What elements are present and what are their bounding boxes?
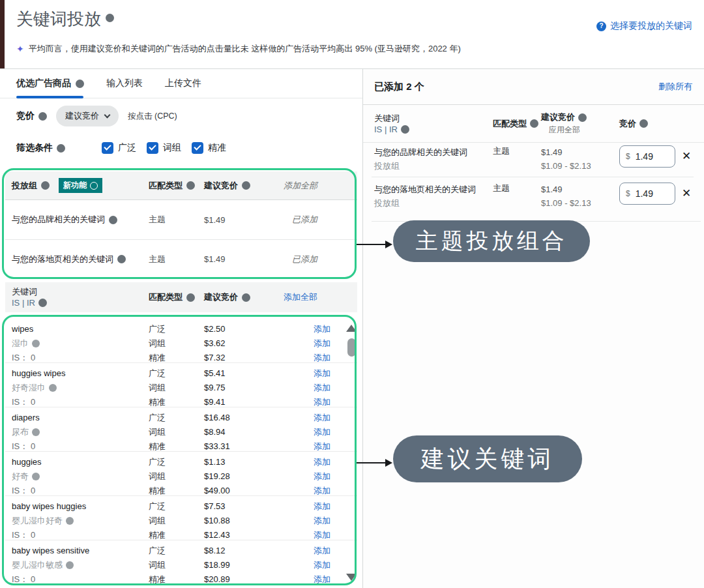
- match-type: 精准: [149, 572, 204, 586]
- suggested-bid: $20.89: [204, 572, 279, 586]
- add-keyword-link[interactable]: 添加: [314, 484, 330, 498]
- info-icon[interactable]: [578, 113, 587, 122]
- info-icon[interactable]: [41, 181, 50, 190]
- keyword-row: baby wipes huggies 婴儿湿巾好奇 IS： 0 广泛 词组 精准…: [5, 496, 357, 540]
- add-keyword-link[interactable]: 添加: [314, 336, 330, 351]
- info-icon[interactable]: [38, 299, 47, 307]
- info-icon[interactable]: [57, 144, 65, 153]
- info-icon[interactable]: [186, 293, 195, 302]
- bid-input[interactable]: [636, 188, 664, 199]
- add-keyword-link[interactable]: 添加: [314, 425, 330, 439]
- add-keyword-link[interactable]: 添加: [314, 381, 330, 395]
- remove-all-link[interactable]: 删除所有: [658, 81, 692, 93]
- added-suggested-bid: $1.49: [541, 184, 563, 194]
- info-icon[interactable]: [109, 216, 117, 224]
- add-all-link[interactable]: 添加全部: [284, 291, 317, 303]
- add-keyword-link[interactable]: 添加: [314, 558, 330, 572]
- currency-symbol: $: [626, 189, 630, 198]
- suggested-bid-dropdown[interactable]: 建议竞价: [56, 106, 119, 126]
- checkbox-label: 广泛: [118, 142, 136, 154]
- info-icon[interactable]: [76, 80, 84, 88]
- add-keyword-link[interactable]: 添加: [314, 499, 330, 514]
- tab-enter-list[interactable]: 输入列表: [106, 78, 143, 89]
- added-count-title: 已添加 2 个: [374, 81, 424, 93]
- cpc-label: 按点击 (CPC): [128, 111, 177, 122]
- apply-all-link[interactable]: 应用全部: [549, 125, 619, 136]
- match-type: 广泛: [149, 455, 204, 469]
- col-match-type: 匹配类型: [149, 291, 204, 303]
- keyword-source-panel: 优选广告商品 输入列表 上传文件 竞价 建议竞价 按点击 (CPC): [0, 68, 363, 588]
- added-keywords-panel: 已添加 2 个 删除所有 关键词 IS | IR 匹配类型 建议竞价 应用全部 …: [363, 68, 704, 588]
- group-suggested-bid: $1.49: [204, 215, 279, 225]
- info-icon[interactable]: [32, 428, 40, 436]
- tab-upload-file[interactable]: 上传文件: [165, 78, 201, 89]
- added-match-type: 主题: [493, 145, 541, 157]
- group-name: 与您的品牌相关的关键词: [12, 214, 149, 226]
- bid-input[interactable]: [636, 151, 664, 162]
- info-icon[interactable]: [186, 181, 195, 190]
- checkbox-phrase[interactable]: 词组: [147, 142, 181, 154]
- bid-label: 竞价: [16, 110, 47, 122]
- keyword-translation: 尿布: [12, 425, 149, 439]
- scrollbar-down-button[interactable]: [346, 574, 357, 581]
- add-keyword-link[interactable]: 添加: [314, 439, 330, 454]
- remove-keyword-button[interactable]: ✕: [682, 183, 691, 205]
- scrollbar-up-button[interactable]: [346, 325, 357, 332]
- bid-input-box[interactable]: $: [619, 145, 675, 168]
- match-type: 精准: [149, 484, 204, 498]
- match-type: 广泛: [149, 544, 204, 558]
- info-icon[interactable]: [639, 119, 648, 128]
- tip-banner: ✦ 平均而言，使用建议竞价和关键词的广告活动的点击量比未 这样做的广告活动平均高…: [16, 43, 461, 55]
- bid-row: 竞价 建议竞价 按点击 (CPC): [16, 106, 177, 126]
- suggested-bid: $10.88: [204, 514, 279, 528]
- add-keyword-link[interactable]: 添加: [314, 411, 330, 425]
- add-keyword-link[interactable]: 添加: [314, 514, 330, 528]
- suggested-bid: $5.41: [204, 366, 279, 381]
- add-keyword-link[interactable]: 添加: [314, 455, 330, 469]
- added-suggested-bid: $1.49: [541, 147, 563, 157]
- info-icon[interactable]: [66, 561, 74, 569]
- checkbox-checked-icon[interactable]: [102, 142, 113, 154]
- suggested-bid: $33.31: [204, 439, 279, 454]
- help-link-label: 选择要投放的关键词: [610, 20, 692, 32]
- add-keyword-link[interactable]: 添加: [314, 322, 330, 336]
- keyword-is-metric: IS： 0: [12, 528, 149, 542]
- info-icon[interactable]: [90, 182, 98, 190]
- info-icon[interactable]: [242, 181, 250, 190]
- group-suggested-bid: $1.49: [204, 254, 279, 264]
- add-keyword-link[interactable]: 添加: [314, 351, 330, 365]
- add-keyword-link[interactable]: 添加: [314, 469, 330, 484]
- info-icon[interactable]: [106, 14, 114, 22]
- info-icon[interactable]: [242, 293, 250, 302]
- keyword-is-metric: IS： 0: [12, 484, 149, 498]
- tab-label: 优选广告商品: [16, 78, 71, 89]
- help-link[interactable]: ? 选择要投放的关键词: [596, 20, 692, 32]
- add-keyword-link[interactable]: 添加: [314, 528, 330, 542]
- checkbox-exact[interactable]: 精准: [192, 142, 226, 154]
- info-icon[interactable]: [530, 119, 538, 128]
- checkbox-label: 词组: [163, 142, 181, 154]
- checkbox-checked-icon[interactable]: [147, 142, 158, 154]
- keyword-translation: 好奇湿巾: [12, 381, 149, 395]
- col-keyword: 关键词 IS | IR: [374, 113, 493, 135]
- info-icon[interactable]: [49, 384, 57, 392]
- info-icon[interactable]: [401, 125, 409, 134]
- add-keyword-link[interactable]: 添加: [314, 366, 330, 381]
- suggested-bid: $8.94: [204, 425, 279, 439]
- checkbox-checked-icon[interactable]: [192, 142, 203, 154]
- scrollbar-thumb[interactable]: [347, 338, 356, 357]
- keyword-targeting-page: 关键词投放 ? 选择要投放的关键词 ✦ 平均而言，使用建议竞价和关键词的广告活动…: [0, 0, 704, 588]
- info-icon[interactable]: [32, 473, 40, 480]
- info-icon[interactable]: [32, 340, 40, 347]
- col-suggested-bid: 建议竞价 应用全部: [541, 111, 619, 136]
- add-keyword-link[interactable]: 添加: [314, 544, 330, 558]
- info-icon[interactable]: [117, 255, 126, 263]
- checkbox-broad[interactable]: 广泛: [102, 142, 136, 154]
- bid-input-box[interactable]: $: [619, 183, 675, 205]
- add-keyword-link[interactable]: 添加: [314, 572, 330, 586]
- tab-featured-products[interactable]: 优选广告商品: [16, 78, 84, 89]
- info-icon[interactable]: [38, 112, 47, 121]
- add-keyword-link[interactable]: 添加: [314, 395, 330, 409]
- info-icon[interactable]: [66, 517, 74, 525]
- remove-keyword-button[interactable]: ✕: [682, 145, 691, 168]
